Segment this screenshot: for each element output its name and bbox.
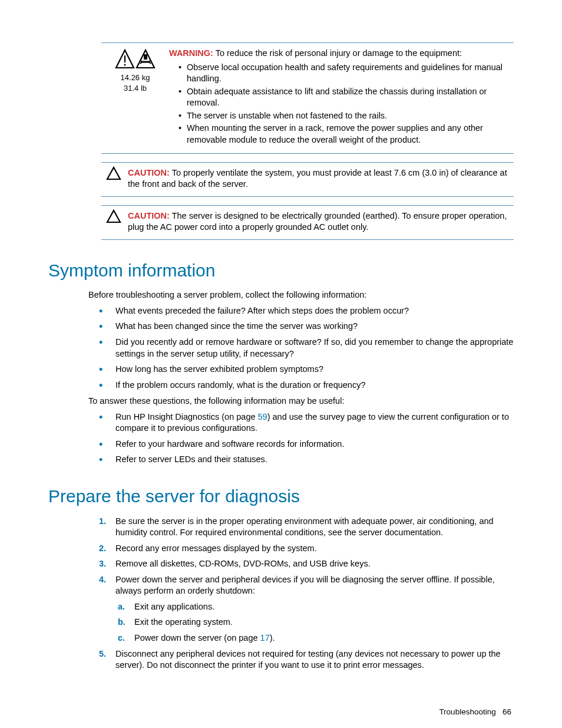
symptom-questions-list: What events preceded the failure? After … — [99, 305, 514, 391]
symptom-answer-intro: To answer these questions, the following… — [88, 396, 514, 407]
shutdown-substeps: Exit any applications. Exit the operatin… — [115, 601, 514, 644]
list-item: Obtain adequate assistance to lift and s… — [178, 86, 509, 109]
list-item: Power down the server (on page 17). — [115, 633, 514, 644]
prepare-steps-list: Be sure the server is in the proper oper… — [88, 516, 514, 671]
caution-label: CAUTION: — [128, 168, 170, 177]
list-item: Be sure the server is in the proper oper… — [88, 516, 514, 539]
warning-label: WARNING: — [169, 48, 213, 58]
list-item: If the problem occurs randomly, what is … — [99, 380, 514, 391]
list-item: Exit the operating system. — [115, 617, 514, 628]
list-item: What events preceded the failure? After … — [99, 305, 514, 317]
text: ). — [270, 633, 275, 643]
caution-icon — [101, 166, 128, 184]
page-footer: Troubleshooting 66 — [48, 707, 514, 717]
weight-kg: 14.26 kg — [101, 73, 169, 83]
caution-label: CAUTION: — [128, 211, 170, 220]
text: Power down the server (on page — [134, 633, 260, 643]
footer-section: Troubleshooting — [439, 707, 495, 716]
caution-content: CAUTION: The server is designed to be el… — [128, 209, 514, 236]
page-link-59[interactable]: 59 — [258, 412, 267, 421]
symptom-answers-list: Run HP Insight Diagnostics (on page 59) … — [99, 411, 514, 466]
list-item: Refer to server LEDs and their statuses. — [99, 454, 514, 466]
heading-prepare-server: Prepare the server for diagnosis — [48, 485, 514, 509]
symptom-intro: Before troubleshooting a server problem,… — [88, 289, 514, 301]
list-item: What has been changed since the time the… — [99, 321, 514, 332]
caution-notice-grounding: CAUTION: The server is designed to be el… — [101, 205, 514, 240]
caution-icon — [101, 209, 128, 227]
caution-text: The server is designed to be electricall… — [128, 211, 507, 232]
list-item: How long has the server exhibited proble… — [99, 364, 514, 375]
list-item: The server is unstable when not fastened… — [178, 110, 509, 122]
caution-notice-ventilation: CAUTION: To properly ventilate the syste… — [101, 162, 514, 197]
warning-content: WARNING: To reduce the risk of personal … — [169, 47, 514, 150]
weight-lb: 31.4 lb — [101, 83, 169, 94]
svg-rect-2 — [144, 54, 147, 60]
list-item: Observe local occupation health and safe… — [178, 62, 509, 85]
page-link-17[interactable]: 17 — [260, 633, 270, 643]
caution-text: To properly ventilate the system, you mu… — [128, 168, 507, 189]
warning-notice: 14.26 kg 31.4 lb WARNING: To reduce the … — [101, 42, 514, 154]
list-item: Refer to your hardware and software reco… — [99, 439, 514, 450]
list-item: Exit any applications. — [115, 601, 514, 613]
list-item: Power down the server and peripheral dev… — [88, 574, 514, 644]
warning-triangle-icon — [101, 48, 169, 73]
list-item: Remove all diskettes, CD-ROMs, DVD-ROMs,… — [88, 558, 514, 570]
list-item: Did you recently add or remove hardware … — [99, 337, 514, 360]
list-item: Record any error messages displayed by t… — [88, 543, 514, 555]
list-item: Run HP Insight Diagnostics (on page 59) … — [99, 411, 514, 434]
warning-icon-column: 14.26 kg 31.4 lb — [101, 47, 169, 93]
list-item: When mounting the server in a rack, remo… — [178, 123, 509, 146]
text: Run HP Insight Diagnostics (on page — [115, 412, 258, 421]
svg-point-1 — [124, 64, 125, 66]
warning-items: Observe local occupation health and safe… — [169, 62, 509, 146]
footer-page-number: 66 — [503, 707, 511, 716]
warning-text: To reduce the risk of personal injury or… — [216, 48, 462, 58]
caution-content: CAUTION: To properly ventilate the syste… — [128, 166, 514, 193]
text: Power down the server and peripheral dev… — [115, 575, 495, 596]
heading-symptom-information: Symptom information — [48, 259, 514, 283]
list-item: Disconnect any peripheral devices not re… — [88, 648, 514, 671]
